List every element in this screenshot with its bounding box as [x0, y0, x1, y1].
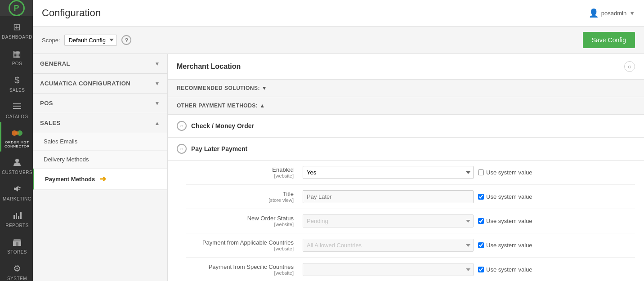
- sidebar-item-label: POS: [12, 61, 22, 67]
- specific-countries-system-value: Use system value: [478, 266, 532, 273]
- title-input[interactable]: [303, 190, 474, 203]
- sidebar-item-customers[interactable]: CUSTOMERS: [0, 152, 33, 178]
- sidebar-item-stores[interactable]: STORES: [0, 231, 33, 258]
- specific-countries-select[interactable]: [303, 263, 474, 276]
- merchant-location-section: Merchant Location ○: [168, 54, 644, 80]
- applicable-countries-system-value-checkbox[interactable]: [478, 242, 484, 248]
- title-system-value-checkbox[interactable]: [478, 194, 484, 200]
- left-panel: GENERAL ▼ ACUMATICA CONFIGURATION ▼ POS …: [33, 54, 168, 281]
- panel-section-acumatica: ACUMATICA CONFIGURATION ▼: [33, 74, 167, 94]
- sidebar-item-label: MARKETING: [3, 196, 31, 202]
- pos-icon: ▦: [11, 47, 23, 60]
- sidebar-item-connector[interactable]: ORDER MGTCONNECTOR: [0, 122, 33, 152]
- payment-item-pay-later[interactable]: ○ Pay Later Payment: [168, 138, 644, 161]
- enabled-control-wrap: Yes No Use system value: [303, 166, 635, 179]
- applicable-countries-select[interactable]: All Allowed Countries Specific Countries: [303, 239, 474, 252]
- sidebar-item-system[interactable]: ⚙ SYSTEM: [0, 258, 33, 281]
- chevron-up-icon: ▲: [155, 120, 160, 126]
- chevron-down-icon: ▼: [155, 100, 160, 107]
- pay-later-title: Pay Later Payment: [191, 145, 247, 152]
- sales-label: SALES: [40, 120, 61, 126]
- header: Configuration 👤 posadmin ▼: [33, 0, 644, 27]
- scope-select[interactable]: Default Config: [64, 35, 117, 46]
- acumatica-label: ACUMATICA CONFIGURATION: [40, 80, 130, 87]
- applicable-countries-system-value: Use system value: [478, 242, 532, 249]
- connector-icon: [11, 127, 23, 139]
- sidebar-item-marketing[interactable]: MARKETING: [0, 178, 33, 205]
- new-order-status-control-wrap: Pending Processing Use system value: [303, 214, 635, 227]
- specific-countries-system-value-label: Use system value: [486, 266, 532, 273]
- scope-left: Scope: Default Config ?: [42, 35, 131, 46]
- sidebar-item-reports[interactable]: REPORTS: [0, 205, 33, 231]
- svg-rect-13: [20, 212, 22, 219]
- new-order-status-system-value-label: Use system value: [486, 218, 532, 224]
- new-order-status-label: New Order Status [website]: [186, 215, 303, 227]
- pos-label: POS: [40, 100, 53, 107]
- sidebar-item-catalog[interactable]: CATALOG: [0, 96, 33, 122]
- sidebar-item-sales[interactable]: $ SALES: [0, 69, 33, 96]
- marketing-icon: [11, 183, 23, 195]
- panel-section-pos: POS ▼: [33, 94, 167, 113]
- title-system-value-label: Use system value: [486, 193, 532, 200]
- chevron-down-icon: ▼: [155, 61, 160, 67]
- recommended-solutions-bar[interactable]: RECOMMENDED SOLUTIONS: ▼: [168, 80, 644, 97]
- enabled-system-value-checkbox[interactable]: [478, 169, 484, 175]
- collapse-check-money-order-icon: ○: [177, 121, 187, 131]
- merchant-location-title: Merchant Location: [177, 62, 241, 71]
- recommended-solutions-toggle: ▼: [262, 85, 267, 91]
- other-payment-methods-bar[interactable]: OTHER PAYMENT METHODS: ▲: [168, 97, 644, 115]
- panel-section-header-acumatica[interactable]: ACUMATICA CONFIGURATION ▼: [33, 74, 167, 93]
- user-dropdown-icon[interactable]: ▼: [629, 10, 635, 17]
- panel-section-header-sales[interactable]: SALES ▲: [33, 113, 167, 133]
- general-label: GENERAL: [40, 60, 70, 67]
- applicable-countries-system-value-label: Use system value: [486, 242, 532, 249]
- sidebar-item-payment-methods[interactable]: Payment Methods ➜: [33, 169, 167, 190]
- panel-section-header-general[interactable]: GENERAL ▼: [33, 54, 167, 73]
- sidebar-item-label: REPORTS: [5, 223, 29, 228]
- catalog-icon: [11, 100, 23, 113]
- svg-point-6: [15, 159, 19, 162]
- sidebar-item-label: SALES: [9, 88, 25, 93]
- form-row-specific-countries: Payment from Specific Countries [website…: [186, 258, 635, 281]
- scope-bar: Scope: Default Config ? Save Config: [33, 27, 644, 54]
- collapse-merchant-location-icon[interactable]: ○: [624, 61, 635, 72]
- enabled-label: Enabled [website]: [186, 166, 303, 178]
- arrow-icon: ➜: [99, 174, 106, 184]
- main-content: Configuration 👤 posadmin ▼ Scope: Defaul…: [33, 0, 644, 281]
- username: posadmin: [601, 10, 626, 17]
- stores-icon: [11, 236, 23, 248]
- user-icon: 👤: [589, 8, 599, 18]
- save-config-button[interactable]: Save Config: [583, 32, 635, 48]
- new-order-status-system-value: Use system value: [478, 218, 532, 224]
- svg-point-5: [15, 131, 19, 135]
- enabled-select[interactable]: Yes No: [303, 166, 474, 179]
- form-row-new-order-status: New Order Status [website] Pending Proce…: [186, 209, 635, 233]
- sidebar-item-dashboard[interactable]: ⊞ DASHBOARD: [0, 16, 33, 43]
- pay-later-expanded: Enabled [website] Yes No Use system valu…: [168, 161, 644, 281]
- customers-icon: [11, 156, 23, 169]
- enabled-system-value: Use system value: [478, 169, 532, 176]
- sidebar-item-sales-emails[interactable]: Sales Emails: [33, 133, 167, 151]
- sidebar-item-label: STORES: [7, 250, 27, 255]
- sidebar-item-pos[interactable]: ▦ POS: [0, 43, 33, 69]
- help-icon[interactable]: ?: [121, 35, 131, 45]
- form-row-title: Title [store view] Use system value: [186, 185, 635, 209]
- payment-item-check-money-order[interactable]: ○ Check / Money Order: [168, 115, 644, 138]
- svg-rect-9: [18, 188, 20, 190]
- logo-icon: P: [9, 0, 25, 16]
- new-order-status-select[interactable]: Pending Processing: [303, 214, 474, 227]
- form-row-applicable-countries: Payment from Applicable Countries [websi…: [186, 233, 635, 258]
- chevron-down-icon: ▼: [155, 80, 160, 87]
- new-order-status-system-value-checkbox[interactable]: [478, 218, 484, 224]
- specific-countries-label: Payment from Specific Countries [website…: [186, 263, 303, 276]
- other-payment-methods-label: OTHER PAYMENT METHODS:: [177, 103, 259, 109]
- applicable-countries-control-wrap: All Allowed Countries Specific Countries…: [303, 239, 635, 252]
- specific-countries-system-value-checkbox[interactable]: [478, 267, 484, 272]
- scope-label: Scope:: [42, 37, 60, 44]
- sidebar-item-delivery-methods[interactable]: Delivery Methods: [33, 151, 167, 169]
- system-icon: ⚙: [11, 262, 23, 275]
- svg-rect-2: [13, 108, 21, 109]
- sidebar-item-label: ORDER MGTCONNECTOR: [4, 141, 30, 149]
- logo[interactable]: P: [0, 0, 33, 16]
- panel-section-header-pos[interactable]: POS ▼: [33, 94, 167, 113]
